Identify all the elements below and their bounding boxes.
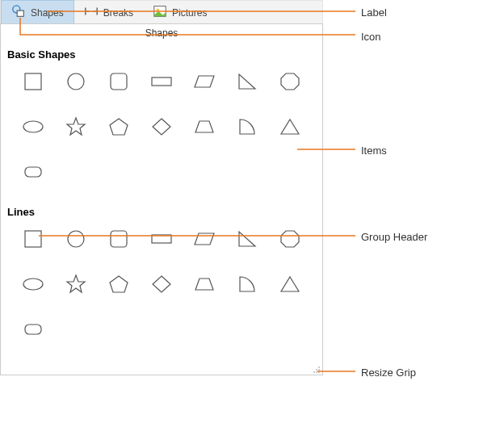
shape-right-triangle[interactable] bbox=[225, 226, 268, 252]
breaks-icon bbox=[84, 4, 99, 21]
shape-square[interactable] bbox=[12, 226, 55, 252]
panel-title: Shapes bbox=[1, 24, 322, 45]
svg-rect-11 bbox=[152, 77, 171, 86]
ribbon-item-breaks[interactable]: Breaks bbox=[74, 1, 143, 24]
svg-marker-13 bbox=[239, 74, 255, 89]
callout-resize-grip: Resize Grip bbox=[361, 367, 416, 379]
shape-pentagon[interactable] bbox=[98, 114, 141, 140]
ribbon-item-label: Breaks bbox=[103, 7, 133, 19]
ribbon-item-label: Shapes bbox=[31, 7, 64, 19]
callout-items: Items bbox=[361, 145, 387, 157]
svg-marker-20 bbox=[281, 119, 299, 134]
shape-diamond[interactable] bbox=[141, 114, 183, 140]
shape-star[interactable] bbox=[55, 114, 98, 140]
svg-rect-35 bbox=[25, 325, 41, 334]
shape-trapezoid[interactable] bbox=[183, 271, 225, 297]
shape-star[interactable] bbox=[55, 271, 98, 297]
svg-marker-33 bbox=[195, 279, 213, 290]
shape-triangle[interactable] bbox=[268, 114, 311, 140]
svg-marker-32 bbox=[153, 276, 170, 292]
svg-point-7 bbox=[157, 8, 160, 11]
shape-tab-rect[interactable] bbox=[12, 316, 55, 342]
shape-ellipse[interactable] bbox=[12, 114, 55, 140]
shape-octagon[interactable] bbox=[268, 226, 311, 252]
shape-diamond[interactable] bbox=[141, 271, 183, 297]
svg-rect-1 bbox=[17, 10, 23, 16]
shape-tab-rect[interactable] bbox=[12, 159, 55, 185]
svg-marker-16 bbox=[67, 118, 85, 135]
ribbon-item-pictures[interactable]: Pictures bbox=[143, 1, 216, 24]
svg-marker-30 bbox=[67, 275, 85, 292]
svg-marker-34 bbox=[281, 277, 299, 291]
svg-marker-19 bbox=[195, 121, 213, 132]
shape-rounded-square[interactable] bbox=[98, 226, 141, 252]
shapes-panel: Shapes Basic Shapes Lines bbox=[0, 23, 323, 375]
svg-rect-22 bbox=[25, 231, 41, 247]
svg-rect-10 bbox=[111, 73, 127, 90]
ribbon-item-shapes[interactable]: Shapes bbox=[1, 0, 74, 25]
svg-point-29 bbox=[23, 279, 43, 290]
svg-rect-24 bbox=[111, 231, 127, 247]
ribbon-item-label: Pictures bbox=[172, 7, 207, 19]
svg-rect-25 bbox=[152, 235, 171, 243]
shape-octagon[interactable] bbox=[268, 69, 311, 94]
svg-marker-18 bbox=[153, 119, 170, 135]
svg-marker-26 bbox=[195, 233, 214, 245]
shapes-icon bbox=[11, 4, 26, 21]
callout-group-header: Group Header bbox=[361, 231, 427, 243]
svg-point-9 bbox=[68, 73, 84, 90]
svg-point-37 bbox=[316, 369, 317, 371]
svg-marker-14 bbox=[281, 73, 299, 90]
svg-rect-21 bbox=[25, 167, 41, 177]
callout-icon: Icon bbox=[361, 31, 381, 43]
group-header-basic-shapes: Basic Shapes bbox=[1, 45, 322, 69]
callout-label: Label bbox=[361, 6, 387, 19]
shape-triangle[interactable] bbox=[268, 271, 311, 297]
svg-point-40 bbox=[316, 371, 317, 373]
svg-point-38 bbox=[318, 369, 320, 371]
svg-marker-28 bbox=[281, 231, 299, 247]
pictures-icon bbox=[153, 4, 167, 21]
shape-right-triangle[interactable] bbox=[225, 69, 268, 94]
svg-marker-12 bbox=[195, 76, 214, 87]
shape-parallelogram[interactable] bbox=[183, 69, 225, 94]
shape-circle[interactable] bbox=[55, 69, 98, 94]
basic-shapes-grid bbox=[1, 69, 322, 203]
shape-quarter-pie[interactable] bbox=[225, 114, 268, 140]
ribbon: Shapes Breaks Pictures bbox=[0, 0, 323, 24]
shape-square[interactable] bbox=[12, 69, 55, 94]
shape-trapezoid[interactable] bbox=[183, 114, 225, 140]
svg-marker-27 bbox=[239, 232, 255, 246]
svg-point-15 bbox=[23, 121, 43, 132]
shape-rectangle[interactable] bbox=[141, 226, 183, 252]
shape-pentagon[interactable] bbox=[98, 271, 141, 297]
svg-point-23 bbox=[68, 231, 84, 247]
svg-marker-31 bbox=[110, 276, 128, 292]
shape-ellipse[interactable] bbox=[12, 271, 55, 297]
lines-grid bbox=[1, 226, 322, 360]
svg-point-41 bbox=[318, 371, 320, 373]
svg-point-36 bbox=[318, 367, 320, 368]
group-header-lines: Lines bbox=[1, 203, 322, 226]
svg-point-39 bbox=[313, 371, 315, 373]
shape-quarter-pie[interactable] bbox=[225, 271, 268, 297]
shape-rounded-square[interactable] bbox=[98, 69, 141, 94]
resize-grip[interactable] bbox=[313, 365, 321, 373]
shape-rectangle[interactable] bbox=[141, 69, 183, 94]
shape-circle[interactable] bbox=[55, 226, 98, 252]
shape-parallelogram[interactable] bbox=[183, 226, 225, 252]
svg-rect-8 bbox=[25, 73, 41, 90]
svg-marker-17 bbox=[110, 119, 128, 135]
